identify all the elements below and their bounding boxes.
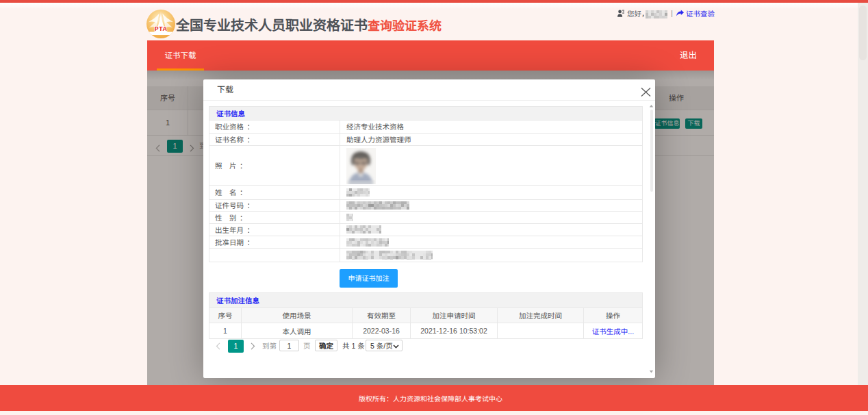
svg-text:PTA: PTA — [155, 25, 168, 32]
